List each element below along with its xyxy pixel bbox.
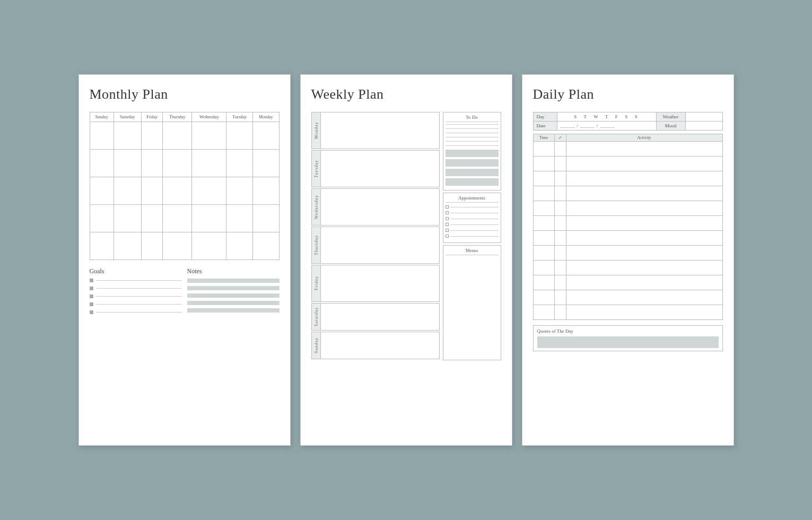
appointment-item bbox=[446, 223, 499, 226]
weekly-plan-page: Weekly Plan Monday Tuesday Wednesday Thu… bbox=[300, 74, 512, 446]
table-row bbox=[90, 205, 279, 232]
daily-header-table: Day S T W T F S S Weather Date _____ / _… bbox=[533, 112, 723, 131]
saturday-label: Saturday bbox=[312, 304, 320, 330]
col-saturday: Saturday bbox=[113, 112, 141, 122]
notes-label: Notes bbox=[187, 267, 280, 275]
goals-label: Goals bbox=[90, 267, 182, 275]
right-column: To Do Appointments bbox=[443, 112, 501, 360]
appointment-item bbox=[446, 235, 499, 238]
sunday-label: Sunday bbox=[312, 332, 320, 359]
friday-label: Friday bbox=[312, 265, 320, 301]
pages-container: Monthly Plan Sunday Saturday Friday Thur… bbox=[63, 53, 750, 467]
memo-header: Memo bbox=[446, 248, 499, 255]
col-wednesday: Wednesday bbox=[192, 112, 226, 122]
notes-section: Notes bbox=[187, 267, 280, 318]
col-thursday: Thursday bbox=[163, 112, 192, 122]
appointment-item bbox=[446, 205, 499, 209]
tuesday-row: Tuesday bbox=[311, 150, 440, 187]
goals-notes-section: Goals Notes bbox=[90, 267, 280, 318]
activity-row bbox=[533, 201, 722, 216]
activity-row bbox=[533, 142, 722, 157]
activity-row bbox=[533, 261, 722, 275]
dow-labels: S T W T F S S bbox=[557, 112, 656, 122]
wednesday-content[interactable] bbox=[320, 189, 439, 225]
thursday-content[interactable] bbox=[320, 227, 439, 263]
weekly-layout: Monday Tuesday Wednesday Thursday Friday bbox=[311, 112, 501, 360]
quotes-content[interactable] bbox=[537, 336, 719, 348]
appt-checkbox[interactable] bbox=[446, 223, 449, 226]
days-column: Monday Tuesday Wednesday Thursday Friday bbox=[311, 112, 440, 360]
tuesday-content[interactable] bbox=[320, 151, 439, 187]
daily-plan-page: Daily Plan Day S T W T F S S Weather Dat… bbox=[522, 74, 734, 446]
mood-label: Mood bbox=[656, 122, 685, 131]
col-sunday: Sunday bbox=[90, 112, 113, 122]
saturday-content[interactable] bbox=[320, 304, 439, 330]
goal-icon bbox=[90, 310, 93, 314]
activity-row bbox=[533, 231, 722, 246]
activity-row bbox=[533, 275, 722, 290]
check-header: ✓ bbox=[554, 134, 566, 142]
appointment-item bbox=[446, 211, 499, 214]
col-friday: Friday bbox=[141, 112, 162, 122]
activity-row bbox=[533, 216, 722, 231]
activity-row bbox=[533, 157, 722, 171]
appt-checkbox[interactable] bbox=[446, 229, 449, 232]
col-monday: Monday bbox=[253, 112, 279, 122]
thursday-label: Thursday bbox=[312, 227, 320, 263]
activity-row bbox=[533, 246, 722, 261]
appt-checkbox[interactable] bbox=[446, 217, 449, 220]
thursday-row: Thursday bbox=[311, 227, 440, 264]
monday-content[interactable] bbox=[320, 112, 439, 149]
goal-item bbox=[90, 310, 182, 314]
daily-plan-title: Daily Plan bbox=[533, 86, 723, 102]
activity-row bbox=[533, 290, 722, 305]
goal-icon bbox=[90, 279, 93, 282]
monday-row: Monday bbox=[311, 112, 440, 149]
day-row: Day S T W T F S S Weather bbox=[533, 112, 722, 122]
goal-icon bbox=[90, 302, 93, 306]
appointments-box: Appointments bbox=[443, 193, 501, 243]
goals-section: Goals bbox=[90, 267, 182, 318]
friday-content[interactable] bbox=[320, 265, 439, 301]
weather-value[interactable] bbox=[685, 112, 722, 122]
goal-item bbox=[90, 279, 182, 282]
appointments-header: Appointments bbox=[446, 195, 499, 203]
memo-box: Memo bbox=[443, 245, 501, 360]
col-tuesday: Tuesday bbox=[226, 112, 253, 122]
activity-row bbox=[533, 186, 722, 201]
saturday-row: Saturday bbox=[311, 303, 440, 331]
goal-item bbox=[90, 302, 182, 306]
activity-table: Time ✓ Activity bbox=[533, 134, 723, 320]
appointment-item bbox=[446, 229, 499, 232]
friday-row: Friday bbox=[311, 265, 440, 302]
todo-box: To Do bbox=[443, 112, 501, 190]
date-value[interactable]: _____ / _____ / _____ bbox=[557, 122, 656, 131]
date-label: Date bbox=[533, 122, 557, 131]
mood-value[interactable] bbox=[685, 122, 722, 131]
activity-row bbox=[533, 171, 722, 186]
goal-icon bbox=[90, 287, 93, 290]
table-row bbox=[90, 232, 279, 260]
monthly-plan-page: Monthly Plan Sunday Saturday Friday Thur… bbox=[78, 74, 291, 446]
sunday-content[interactable] bbox=[320, 332, 439, 359]
goal-icon bbox=[90, 294, 93, 298]
appointment-item bbox=[446, 217, 499, 220]
table-row bbox=[90, 150, 279, 177]
appt-checkbox[interactable] bbox=[446, 235, 449, 238]
tuesday-label: Tuesday bbox=[312, 151, 320, 187]
appt-checkbox[interactable] bbox=[446, 205, 449, 209]
weather-label: Weather bbox=[656, 112, 685, 122]
goal-item bbox=[90, 287, 182, 290]
day-label: Day bbox=[533, 112, 557, 122]
monthly-grid: Sunday Saturday Friday Thursday Wednesda… bbox=[90, 112, 280, 260]
quotes-section: Quotes of The Day bbox=[533, 325, 723, 351]
table-row bbox=[90, 122, 279, 150]
activity-header: Activity bbox=[566, 134, 722, 142]
goal-item bbox=[90, 294, 182, 298]
sunday-row: Sunday bbox=[311, 332, 440, 359]
quotes-label: Quotes of The Day bbox=[537, 328, 719, 334]
table-row bbox=[90, 177, 279, 205]
weekly-plan-title: Weekly Plan bbox=[311, 86, 501, 102]
date-row: Date _____ / _____ / _____ Mood bbox=[533, 122, 722, 131]
appt-checkbox[interactable] bbox=[446, 211, 449, 214]
